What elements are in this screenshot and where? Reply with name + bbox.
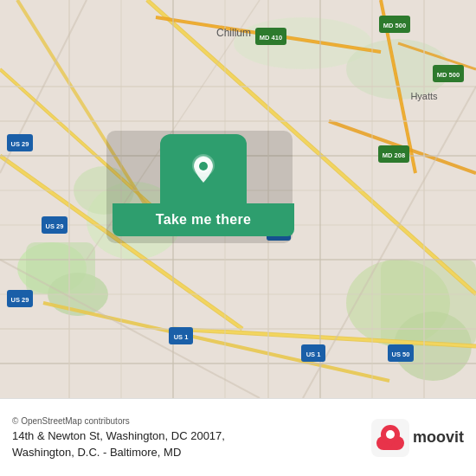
svg-text:US 29: US 29 [11,140,29,148]
take-me-there-button[interactable]: Take me there [113,203,294,236]
svg-text:US 29: US 29 [46,222,64,230]
svg-text:US 1: US 1 [174,333,189,341]
svg-text:Chillum: Chillum [216,27,251,39]
location-pin-wrapper [160,134,247,203]
svg-text:US 29: US 29 [11,296,29,304]
info-left: © OpenStreetMap contributors 14th & Newt… [12,416,371,459]
svg-text:MD 208: MD 208 [383,151,405,159]
svg-text:MD 500: MD 500 [437,71,460,79]
svg-text:MD 500: MD 500 [383,22,406,29]
map-container: US 29 US 29 US 29 US 1 US 1 US 1 US 50 M… [0,0,476,398]
svg-rect-8 [381,260,476,346]
button-overlay: Take me there [113,134,294,236]
svg-text:MD 410: MD 410 [260,34,282,42]
svg-rect-3 [26,242,95,294]
info-bar: © OpenStreetMap contributors 14th & Newt… [0,398,476,476]
svg-text:US 50: US 50 [392,351,410,358]
city-line: Washington, D.C. - Baltimore, MD [12,446,371,459]
svg-text:Hyatts: Hyatts [410,91,438,101]
svg-point-76 [199,162,208,170]
location-pin-icon [186,151,221,186]
address-line: 14th & Newton St, Washington, DC 20017, [12,429,371,442]
moovit-icon: M [371,419,409,457]
moovit-text: moovit [413,428,464,447]
moovit-logo: M moovit [371,419,464,457]
svg-text:US 1: US 1 [306,351,321,358]
svg-text:M: M [388,432,394,440]
osm-credit: © OpenStreetMap contributors [12,416,371,426]
